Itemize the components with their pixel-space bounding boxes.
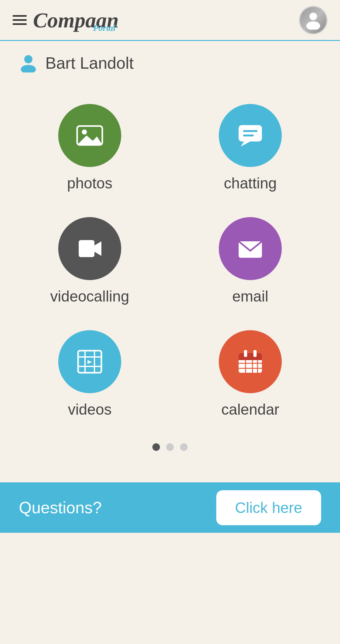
photos-label: photos [67, 175, 112, 192]
app-item-email[interactable]: email [179, 217, 321, 305]
avatar-image [300, 7, 326, 33]
pagination-dot-2[interactable] [166, 443, 174, 451]
app-grid: photos chatting videocalli [19, 91, 321, 431]
avatar[interactable] [299, 6, 327, 34]
videocalling-label: videocalling [50, 288, 129, 305]
main-content: photos chatting videocalli [0, 79, 340, 482]
pagination [19, 431, 321, 470]
svg-point-2 [24, 55, 32, 63]
chatting-icon [236, 121, 264, 150]
videocalling-circle [58, 217, 121, 280]
svg-point-3 [21, 65, 36, 72]
svg-rect-28 [253, 350, 257, 357]
header-left: Compaan Portal [13, 9, 119, 31]
svg-marker-8 [241, 141, 250, 147]
calendar-circle [219, 330, 282, 393]
svg-point-5 [82, 129, 87, 135]
app-item-videocalling[interactable]: videocalling [19, 217, 161, 305]
videos-label: videos [68, 401, 112, 418]
videocalling-icon [76, 234, 104, 263]
logo-portal: Portal [93, 24, 116, 32]
videos-icon [76, 348, 104, 376]
svg-marker-11 [94, 241, 101, 256]
footer: Questions? Click here [0, 482, 340, 533]
svg-rect-7 [239, 125, 262, 141]
videos-circle [58, 330, 121, 393]
header: Compaan Portal [0, 0, 340, 41]
chatting-circle [219, 104, 282, 167]
app-item-videos[interactable]: videos [19, 330, 161, 418]
questions-text: Questions? [19, 498, 102, 517]
photos-icon [76, 121, 104, 150]
app-item-chatting[interactable]: chatting [179, 104, 321, 192]
calendar-icon [236, 348, 264, 376]
email-circle [219, 217, 282, 280]
svg-marker-6 [77, 135, 102, 145]
chatting-label: chatting [224, 175, 277, 192]
pagination-dot-1[interactable] [152, 443, 160, 451]
svg-point-0 [309, 13, 317, 20]
photos-circle [58, 104, 121, 167]
calendar-label: calendar [221, 401, 279, 418]
svg-rect-21 [239, 357, 262, 360]
hamburger-menu[interactable] [13, 15, 27, 25]
email-icon [236, 234, 264, 263]
email-label: email [232, 288, 269, 305]
svg-marker-18 [88, 360, 92, 364]
user-greeting: Bart Landolt [0, 41, 340, 79]
svg-rect-9 [243, 130, 258, 132]
user-name: Bart Landolt [45, 54, 133, 72]
svg-rect-27 [244, 350, 247, 357]
user-icon [19, 54, 38, 72]
click-here-button[interactable]: Click here [216, 490, 321, 525]
app-item-calendar[interactable]: calendar [179, 330, 321, 418]
logo: Compaan Portal [33, 9, 119, 31]
svg-rect-10 [243, 135, 254, 136]
app-item-photos[interactable]: photos [19, 104, 161, 192]
pagination-dot-3[interactable] [180, 443, 188, 451]
svg-point-1 [306, 21, 320, 30]
